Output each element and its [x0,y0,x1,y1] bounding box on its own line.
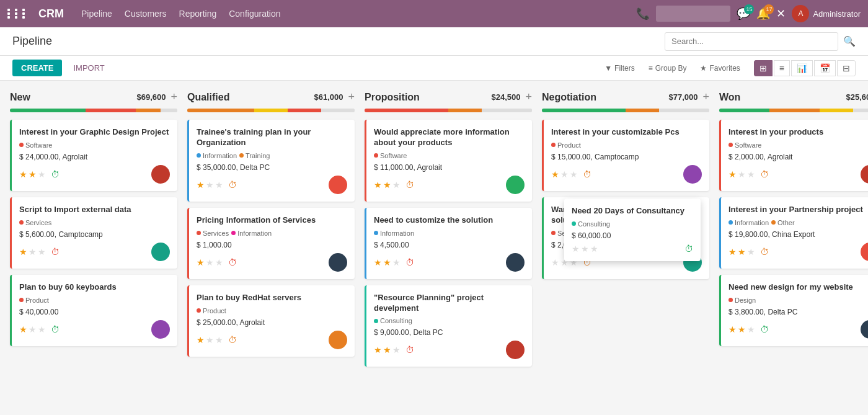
view-pivot-button[interactable]: ⊟ [837,60,856,76]
card-negotiation-0[interactable]: Interest in your customizable Pcs Produc… [542,120,709,191]
column-progress-negotiation [542,109,709,112]
star-1[interactable]: ★ [374,257,382,267]
card-proposition-0[interactable]: Would appreciate more information about … [365,120,532,202]
star-3[interactable]: ★ [570,169,578,179]
card-new-1[interactable]: Script to Import external data Services$… [10,197,177,269]
star-2[interactable]: ★ [383,345,391,355]
card-footer-new-0: ★★★⏱ [19,165,170,184]
page-title: Pipeline [12,35,52,48]
card-proposition-2[interactable]: "Resource Planning" project develpment C… [365,285,532,367]
card-won-1[interactable]: Interest in your Partnership project Inf… [719,197,868,269]
card-stars-won-2: ★★★ [728,324,755,334]
star-2[interactable]: ★ [560,169,569,179]
card-footer-won-1: ★★★⏱ [728,243,868,261]
close-icon[interactable]: ✕ [776,7,786,20]
star-2[interactable]: ★ [206,335,214,345]
star-2[interactable]: ★ [581,244,589,254]
column-add-card-qualified[interactable]: + [348,91,355,104]
card-qualified-1[interactable]: Pricing Information of Services Services… [187,208,355,279]
menu-customers[interactable]: Customers [125,9,167,19]
star-3[interactable]: ★ [38,169,46,179]
card-stars-new-1: ★★★ [19,247,46,257]
star-2[interactable]: ★ [738,247,746,257]
star-3[interactable]: ★ [392,345,401,355]
star-3[interactable]: ★ [215,180,223,190]
star-1[interactable]: ★ [572,244,580,254]
star-2[interactable]: ★ [206,180,214,190]
star-3[interactable]: ★ [38,324,46,334]
star-1[interactable]: ★ [19,247,27,257]
star-3[interactable]: ★ [392,257,401,267]
menu-configuration[interactable]: Configuration [229,9,280,19]
app-brand: CRM [38,7,64,20]
card-stars-proposition-0: ★★★ [374,180,401,190]
card-status-icon-qualified-1: ⏱ [228,257,237,267]
star-2[interactable]: ★ [738,324,746,334]
star-1[interactable]: ★ [19,169,27,179]
column-header-new: New$69,600+ [10,91,177,109]
star-2[interactable]: ★ [738,169,746,179]
tag-dot [374,153,378,158]
search-button[interactable]: 🔍 [843,35,856,47]
star-1[interactable]: ★ [197,180,205,190]
star-1[interactable]: ★ [728,169,737,179]
star-1[interactable]: ★ [197,335,205,345]
star-2[interactable]: ★ [383,257,391,267]
card-qualified-0[interactable]: Trainee's training plan in your Organiza… [187,120,355,202]
messages-button[interactable]: 💬 15 [737,7,750,20]
card-new-2[interactable]: Plan to buy 60 keyboards Product$ 40,000… [10,275,177,346]
card-proposition-1[interactable]: Need to customize the solution Informati… [365,208,532,279]
star-3[interactable]: ★ [392,180,401,190]
card-amount-won-1: $ 19,800.00, China Export [728,230,868,239]
search-input[interactable] [665,32,838,51]
phone-button[interactable]: 📞 [636,7,650,20]
view-calendar-button[interactable]: 📅 [814,60,836,76]
filters-button[interactable]: ▼ Filters [600,61,640,75]
notifications-button[interactable]: 🔔 17 [756,7,770,20]
view-chart-button[interactable]: 📊 [791,60,813,76]
column-add-card-negotiation[interactable]: + [702,91,709,104]
star-3[interactable]: ★ [590,244,598,254]
star-3[interactable]: ★ [215,257,223,267]
topnav-search[interactable] [656,6,730,22]
star-2[interactable]: ★ [29,169,37,179]
groupby-button[interactable]: ≡ Group By [644,61,692,75]
card-stars-won-0: ★★★ [728,169,755,179]
star-1[interactable]: ★ [374,345,382,355]
card-qualified-2[interactable]: Plan to buy RedHat servers Product$ 25,0… [187,285,355,357]
star-3[interactable]: ★ [747,324,755,334]
star-3[interactable]: ★ [747,169,755,179]
apps-menu-icon[interactable] [7,9,29,19]
create-button[interactable]: CREATE [12,60,62,76]
star-1[interactable]: ★ [374,180,382,190]
star-2[interactable]: ★ [206,257,214,267]
card-footer-proposition-2: ★★★⏱ [374,341,525,359]
star-2[interactable]: ★ [29,247,37,257]
favorites-button[interactable]: ★ Favorites [695,61,745,75]
star-1[interactable]: ★ [728,324,737,334]
user-menu[interactable]: A Administrator [792,5,861,22]
card-won-2[interactable]: Need new design for my website Design$ 3… [719,275,868,346]
star-3[interactable]: ★ [215,335,223,345]
view-kanban-button[interactable]: ⊞ [754,60,773,76]
card-amount-won-0: $ 2,000.00, Agrolait [728,153,868,161]
star-2[interactable]: ★ [29,324,37,334]
menu-reporting[interactable]: Reporting [179,9,217,19]
star-3[interactable]: ★ [38,247,46,257]
star-1[interactable]: ★ [728,247,737,257]
star-1[interactable]: ★ [551,257,559,267]
view-list-button[interactable]: ≡ [774,60,790,76]
star-2[interactable]: ★ [383,180,391,190]
column-add-card-proposition[interactable]: + [525,91,532,104]
card-new-0[interactable]: Interest in your Graphic Design Project … [10,120,177,191]
star-1[interactable]: ★ [197,257,205,267]
card-won-0[interactable]: Interest in your products Software$ 2,00… [719,120,868,191]
star-1[interactable]: ★ [551,169,559,179]
star-1[interactable]: ★ [19,324,27,334]
menu-pipeline[interactable]: Pipeline [81,9,112,19]
star-3[interactable]: ★ [747,247,755,257]
column-add-card-new[interactable]: + [170,91,177,104]
import-button[interactable]: IMPORT [67,60,110,76]
card-tags-proposition-0: Software [374,152,525,159]
tag-training: Training [239,152,270,159]
